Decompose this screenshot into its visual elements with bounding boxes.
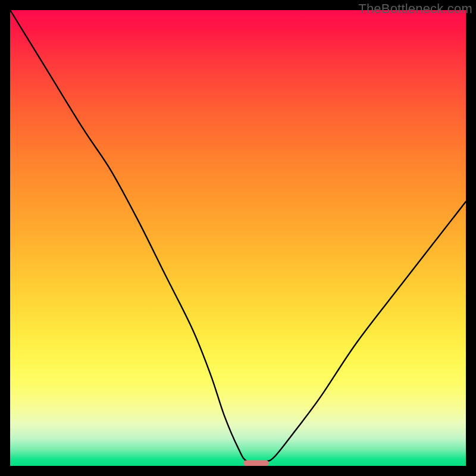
curve-overlay xyxy=(10,10,466,466)
optimal-marker xyxy=(244,460,269,466)
bottleneck-curve-path xyxy=(10,10,466,462)
plot-area xyxy=(10,10,466,466)
chart-frame: TheBottleneck.com xyxy=(0,0,476,476)
watermark-text: TheBottleneck.com xyxy=(358,1,472,17)
